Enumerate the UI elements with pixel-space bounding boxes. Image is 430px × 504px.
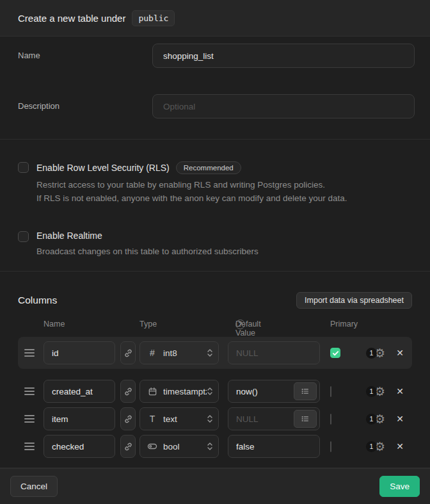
check-icon xyxy=(332,350,339,357)
link-icon xyxy=(123,442,133,451)
default-value-wrap xyxy=(228,435,320,458)
cancel-button[interactable]: Cancel xyxy=(10,476,58,497)
column-type-select[interactable]: T text xyxy=(139,407,219,430)
column-row-item: T text 1 ⚙ xyxy=(18,407,412,430)
header-type: Type xyxy=(139,320,157,329)
column-row-created-at: timestamptz 1 ⚙ ✕ xyxy=(18,380,412,403)
column-name-input[interactable] xyxy=(44,407,115,430)
column-type-select[interactable]: timestamptz xyxy=(139,380,219,403)
column-type-select[interactable]: bool xyxy=(139,435,219,458)
drag-handle-icon[interactable] xyxy=(24,443,35,450)
drag-handle-icon[interactable] xyxy=(24,415,35,423)
link-icon xyxy=(123,387,133,396)
recommended-badge: Recommended xyxy=(176,161,241,174)
column-settings-button[interactable]: 1 ⚙ xyxy=(366,386,388,398)
column-name-input[interactable] xyxy=(44,341,115,364)
settings-count-badge: 1 xyxy=(366,386,377,397)
column-settings-button[interactable]: 1 ⚙ xyxy=(366,413,388,425)
remove-column-button[interactable]: ✕ xyxy=(395,414,405,424)
settings-count-badge: 1 xyxy=(366,441,377,452)
remove-column-button[interactable]: ✕ xyxy=(395,348,405,358)
columns-section: Columns Import data via spreadsheet Name… xyxy=(0,272,430,468)
foreign-key-button[interactable] xyxy=(120,407,136,430)
column-row-card-id: # int8 1 xyxy=(18,337,412,369)
dialog-header: Create a new table under public xyxy=(0,0,430,37)
save-button[interactable]: Save xyxy=(379,476,420,497)
dialog-title: Create a new table under xyxy=(18,13,125,24)
toggle-icon xyxy=(147,441,158,451)
column-type-value: int8 xyxy=(163,348,207,358)
realtime-toggle-row: Enable Realtime Broadcast changes on thi… xyxy=(18,231,412,258)
table-name-input[interactable] xyxy=(152,44,415,68)
create-table-dialog: Create a new table under public Name Des… xyxy=(0,0,430,504)
description-label: Description xyxy=(18,94,152,111)
drag-handle-icon[interactable] xyxy=(24,387,35,395)
default-suggestions-button[interactable] xyxy=(294,382,317,400)
column-type-value: text xyxy=(163,414,207,424)
default-value-wrap xyxy=(228,341,320,364)
rls-label: Enable Row Level Security (RLS) xyxy=(36,163,170,173)
remove-column-button[interactable]: ✕ xyxy=(395,386,405,396)
column-name-input[interactable] xyxy=(44,435,115,458)
column-settings-button[interactable]: 1 ⚙ xyxy=(366,441,388,453)
column-row-id: # int8 1 xyxy=(18,341,412,364)
realtime-text-block: Enable Realtime Broadcast changes on thi… xyxy=(36,231,259,258)
default-value-input[interactable] xyxy=(228,408,294,430)
column-name-input[interactable] xyxy=(44,380,115,403)
default-value-input[interactable] xyxy=(228,342,317,364)
chevron-updown-icon xyxy=(207,348,213,358)
rls-toggle-row: Enable Row Level Security (RLS) Recommen… xyxy=(18,161,412,205)
list-icon xyxy=(301,414,310,423)
import-spreadsheet-button[interactable]: Import data via spreadsheet xyxy=(296,292,412,309)
settings-count-badge: 1 xyxy=(366,348,377,359)
hash-icon: # xyxy=(147,348,158,358)
foreign-key-button[interactable] xyxy=(120,380,136,403)
settings-count-badge: 1 xyxy=(366,414,377,425)
calendar-icon xyxy=(147,387,158,396)
description-field-row: Description xyxy=(18,94,415,118)
table-details-section: Name Description xyxy=(0,37,430,140)
foreign-key-button[interactable] xyxy=(120,341,136,364)
table-description-input[interactable] xyxy=(152,94,415,118)
default-value-input[interactable] xyxy=(228,380,294,402)
rls-text-block: Enable Row Level Security (RLS) Recommen… xyxy=(36,161,347,205)
primary-key-checkbox[interactable] xyxy=(330,348,340,358)
letter-t-icon: T xyxy=(147,414,158,424)
link-icon xyxy=(123,414,133,424)
column-type-value: bool xyxy=(163,442,207,451)
drag-handle-icon[interactable] xyxy=(24,349,35,357)
table-options-section: Enable Row Level Security (RLS) Recommen… xyxy=(0,140,430,272)
rls-description-line1: Restrict access to your table by enablin… xyxy=(36,178,347,191)
chevron-updown-icon xyxy=(207,386,213,396)
header-primary: Primary xyxy=(330,320,358,329)
rls-description-line2: If RLS is not enabled, anyone with the a… xyxy=(36,191,347,205)
column-row-checked: bool 1 ⚙ ✕ xyxy=(18,435,412,458)
default-value-wrap xyxy=(228,380,320,403)
rls-checkbox[interactable] xyxy=(18,162,29,173)
rls-description: Restrict access to your table by enablin… xyxy=(36,178,347,205)
columns-table-header: Name Type Default Value ? Primary xyxy=(18,320,412,330)
name-label: Name xyxy=(18,44,152,60)
realtime-description: Broadcast changes on this table to autho… xyxy=(36,245,259,258)
schema-chip: public xyxy=(132,10,175,26)
realtime-checkbox[interactable] xyxy=(18,231,29,242)
default-value-wrap xyxy=(228,407,320,430)
chevron-updown-icon xyxy=(207,414,213,424)
name-field-row: Name xyxy=(18,44,415,68)
realtime-label: Enable Realtime xyxy=(36,231,102,241)
chevron-updown-icon xyxy=(207,441,213,451)
column-settings-button[interactable]: 1 ⚙ xyxy=(366,347,388,359)
foreign-key-button[interactable] xyxy=(120,435,136,458)
primary-key-checkbox[interactable] xyxy=(330,414,331,425)
list-icon xyxy=(301,387,310,396)
columns-title: Columns xyxy=(18,295,57,306)
default-value-input[interactable] xyxy=(228,435,317,457)
default-suggestions-button[interactable] xyxy=(294,410,317,428)
column-type-select[interactable]: # int8 xyxy=(139,341,219,364)
primary-key-checkbox[interactable] xyxy=(330,441,331,452)
default-value-help-icon[interactable]: ? xyxy=(235,320,245,329)
primary-key-checkbox[interactable] xyxy=(330,386,331,397)
remove-column-button[interactable]: ✕ xyxy=(395,441,405,451)
link-icon xyxy=(123,348,133,358)
header-name: Name xyxy=(44,320,65,329)
